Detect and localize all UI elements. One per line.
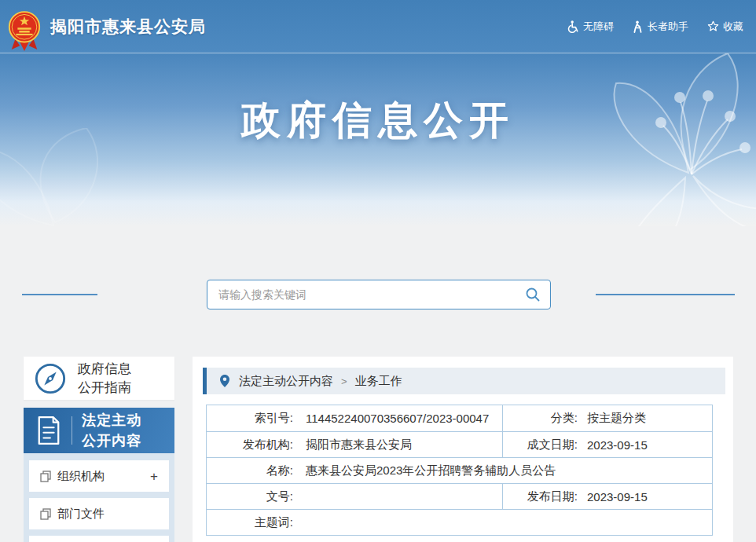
search-icon [525, 287, 541, 302]
doc-number-label: 文号: [207, 489, 293, 504]
category-value: 按主题分类 [578, 411, 646, 426]
sidebar: 政府信息 公开指南 法定主动 公开内容 [24, 357, 174, 542]
sidebar-item-guide[interactable]: 政府信息 公开指南 [24, 357, 174, 400]
elder-assistant-label: 长者助手 [648, 20, 688, 34]
compass-icon [34, 362, 67, 395]
main-panel: 法定主动公开内容 > 业务工作 索引号: 114452240070356607/… [193, 357, 733, 542]
written-date-label: 成文日期: [503, 438, 578, 452]
accessibility-label: 无障碍 [583, 20, 614, 34]
sidebar-item-partial[interactable] [29, 536, 169, 542]
breadcrumb-current[interactable]: 业务工作 [355, 374, 402, 389]
left-rule [22, 294, 97, 295]
search-input[interactable] [207, 280, 516, 309]
star-icon [707, 20, 719, 32]
search-button[interactable] [516, 280, 550, 309]
sidebar-item-statutory-disclosure[interactable]: 法定主动 公开内容 [24, 408, 174, 453]
table-row: 索引号: 114452240070356607/2023-00047 分类: 按… [207, 405, 712, 431]
accessibility-link[interactable]: 无障碍 [567, 20, 614, 34]
top-utility-links: 无障碍 长者助手 收藏 [567, 20, 743, 34]
elder-assistant-icon [633, 20, 644, 33]
index-number-value: 114452240070356607/2023-00047 [293, 412, 489, 425]
written-date-value: 2023-09-15 [578, 438, 648, 452]
table-row: 主题词: [207, 509, 712, 535]
wheelchair-icon [567, 20, 579, 33]
issuer-label: 发布机构: [207, 438, 293, 452]
favorite-link[interactable]: 收藏 [707, 20, 743, 34]
keywords-label: 主题词: [207, 515, 293, 530]
submenu-label: 组织机构 [57, 469, 105, 484]
breadcrumb-section[interactable]: 法定主动公开内容 [239, 374, 333, 389]
table-row: 名称: 惠来县公安局2023年公开招聘警务辅助人员公告 [207, 457, 712, 483]
site-title: 揭阳市惠来县公安局 [50, 16, 206, 38]
page-banner: 政府信息公开 [0, 53, 756, 226]
breadcrumb-separator: > [341, 375, 347, 387]
submenu-label: 部门文件 [57, 507, 105, 522]
table-row: 文号: 发布日期: 2023-09-15 [207, 483, 712, 509]
sidebar-submenu: 组织机构 + 部门文件 [24, 453, 174, 542]
location-pin-icon [219, 374, 230, 388]
table-row: 发布机构: 揭阳市惠来县公安局 成文日期: 2023-09-15 [207, 431, 712, 457]
issuer-value: 揭阳市惠来县公安局 [293, 438, 412, 452]
content-area: 政府信息 公开指南 法定主动 公开内容 [24, 357, 733, 542]
index-number-label: 索引号: [207, 411, 293, 426]
sidebar-guide-label: 政府信息 公开指南 [78, 360, 131, 397]
right-rule [596, 294, 735, 295]
category-label: 分类: [503, 411, 578, 426]
sidebar-item-organization[interactable]: 组织机构 + [29, 460, 169, 492]
search-row [0, 280, 756, 311]
pages-icon [40, 471, 51, 482]
divider [72, 416, 72, 445]
pages-icon [40, 508, 51, 520]
top-bar: 揭阳市惠来县公安局 无障碍 长者助手 收藏 [0, 0, 756, 53]
breadcrumb-accent-bar [203, 368, 207, 394]
publish-date-label: 发布日期: [503, 489, 578, 504]
page-title: 政府信息公开 [0, 53, 756, 147]
sidebar-active-label: 法定主动 公开内容 [82, 410, 141, 451]
sidebar-item-department-documents[interactable]: 部门文件 [29, 498, 169, 529]
doc-title-label: 名称: [207, 463, 293, 478]
document-detail-table: 索引号: 114452240070356607/2023-00047 分类: 按… [206, 405, 713, 536]
elder-assistant-link[interactable]: 长者助手 [633, 20, 688, 34]
breadcrumb: 法定主动公开内容 > 业务工作 [203, 368, 725, 394]
national-emblem-logo [6, 10, 42, 53]
document-icon [36, 416, 61, 445]
expand-plus-icon[interactable]: + [150, 470, 158, 483]
search-box [207, 280, 551, 309]
doc-title-value: 惠来县公安局2023年公开招聘警务辅助人员公告 [293, 463, 556, 478]
favorite-label: 收藏 [723, 20, 743, 34]
publish-date-value: 2023-09-15 [578, 490, 648, 504]
